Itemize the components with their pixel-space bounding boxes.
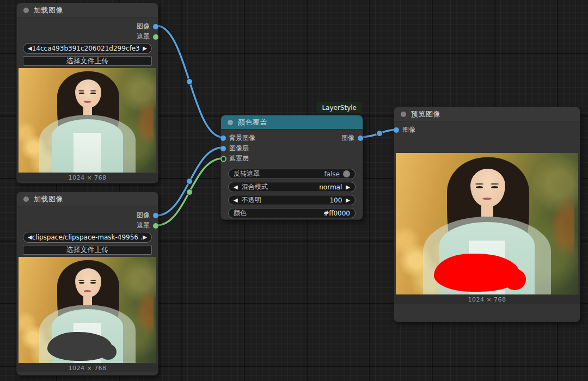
node-preview-image[interactable]: 预览图像 图像 1024 × 768 <box>394 107 580 322</box>
input-slot-image[interactable]: 图像 <box>394 125 580 135</box>
node-load-image-1[interactable]: 加载图像 图像 遮罩 ◀ 14cca493b391c206021d299cfe3… <box>16 3 158 183</box>
widget-blend-mode[interactable]: ◀ 混合模式 normal ▶ <box>228 182 356 192</box>
collapse-dot-icon[interactable] <box>228 120 233 125</box>
upload-file-button[interactable]: 选择文件上传 <box>23 56 152 66</box>
node-color-overlay[interactable]: LayerStyle 颜色覆盖 背景图像 图像 图像层 遮罩层 <box>220 115 363 220</box>
eye-shape <box>79 282 84 284</box>
node-title-bar[interactable]: 加载图像 <box>17 3 158 17</box>
output-image-dot[interactable] <box>153 213 158 218</box>
output-slot-label: 图像 <box>137 211 150 220</box>
stepper-left-arrow-icon[interactable]: ◀ <box>234 198 238 203</box>
wire-midpoint-dot <box>187 79 193 85</box>
eye-shape <box>79 93 84 94</box>
collapse-dot-icon[interactable] <box>23 196 29 202</box>
output-image-dot[interactable] <box>358 136 363 141</box>
input-slot-label: 遮罩层 <box>229 154 249 163</box>
widget-opacity[interactable]: ◀ 不透明 100 ▶ <box>228 195 356 205</box>
widget-invert-mask[interactable]: 反转遮罩 false <box>228 169 356 179</box>
combo-right-arrow-icon[interactable]: ▶ <box>143 46 147 51</box>
node-title: 加载图像 <box>34 194 63 204</box>
eye-shape <box>491 186 498 188</box>
wire-midpoint-dot <box>377 131 383 137</box>
node-title: 颜色覆盖 <box>238 118 267 127</box>
color-overlay-blob <box>434 254 519 292</box>
wire-mask-to-masklayer <box>156 158 223 225</box>
wire-image-to-layer <box>156 148 223 216</box>
color-overlay-blob-bump <box>504 269 526 290</box>
combo-right-arrow-icon[interactable]: ▶ <box>143 235 147 240</box>
node-title: 预览图像 <box>411 109 440 119</box>
output-slot-image[interactable]: 图像 <box>341 133 354 143</box>
output-slot-mask[interactable]: 遮罩 <box>17 220 158 231</box>
image-filename: 14cca493b391c206021d299cfe3 ... <box>32 45 143 52</box>
image-size-label: 1024 × 768 <box>17 173 158 182</box>
image-filename: clipspace/clipspace-mask-49956 ... <box>32 233 143 241</box>
collapse-dot-icon[interactable] <box>401 112 406 117</box>
input-slot-label: 背景图像 <box>229 133 255 143</box>
input-slot-layer[interactable]: 图像层 <box>221 143 363 153</box>
node-title-bar[interactable]: 预览图像 <box>394 107 580 121</box>
brow-shape <box>90 280 96 281</box>
eye-shape <box>90 282 96 284</box>
output-slot-image[interactable]: 图像 <box>17 21 158 32</box>
widget-label: 反转遮罩 <box>234 169 324 179</box>
input-image-dot[interactable] <box>394 127 399 133</box>
preview-image-output <box>396 153 578 294</box>
widget-value: normal <box>319 183 342 191</box>
lips-shape <box>84 101 90 102</box>
combo-left-arrow-icon[interactable]: ◀ <box>28 46 32 51</box>
loaded-image-preview <box>19 68 156 173</box>
node-title-bar[interactable]: 颜色覆盖 <box>221 115 363 130</box>
combo-left-arrow-icon[interactable]: ◀ <box>28 235 32 240</box>
collapse-dot-icon[interactable] <box>23 8 29 13</box>
layerstyle-badge: LayerStyle <box>316 102 362 113</box>
image-size-label: 1024 × 768 <box>394 295 580 304</box>
output-slot-label: 图像 <box>137 22 150 31</box>
output-slot-image[interactable]: 图像 <box>17 210 158 220</box>
hair-strand-shape <box>549 195 574 259</box>
widget-color[interactable]: 颜色 #ff0000 <box>228 208 356 218</box>
node-title-bar[interactable]: 加载图像 <box>17 192 158 206</box>
input-background-dot[interactable] <box>220 136 226 141</box>
widget-label: 混合模式 <box>242 182 320 192</box>
image-size-label: 1024 × 768 <box>17 364 158 372</box>
image-file-combo[interactable]: ◀ 14cca493b391c206021d299cfe3 ... ▶ <box>23 43 152 54</box>
output-mask-dot[interactable] <box>153 223 158 229</box>
input-layer-dot[interactable] <box>220 146 226 151</box>
widget-label: 颜色 <box>234 208 323 218</box>
upload-file-button[interactable]: 选择文件上传 <box>23 245 152 255</box>
lips-shape <box>84 290 90 292</box>
widget-value: #ff0000 <box>323 210 350 217</box>
input-slot-label: 图像 <box>402 125 415 134</box>
node-load-image-2[interactable]: 加载图像 图像 遮罩 ◀ clipspace/clipspace-mask-49… <box>16 192 158 376</box>
brow-shape <box>78 280 84 281</box>
node-title: 加载图像 <box>34 5 63 15</box>
eye-shape <box>476 186 483 188</box>
eye-shape <box>90 93 96 94</box>
widget-label: 不透明 <box>242 195 330 205</box>
input-slot-mask[interactable]: 遮罩层 <box>221 153 363 164</box>
output-mask-dot[interactable] <box>153 34 158 40</box>
input-slot-label: 图像层 <box>229 144 249 153</box>
widget-value: 100 <box>329 196 342 204</box>
dress-chest-shape <box>74 133 101 173</box>
output-slot-label: 遮罩 <box>137 221 150 230</box>
output-slot-label: 图像 <box>341 133 354 143</box>
stepper-right-arrow-icon[interactable]: ▶ <box>346 185 350 190</box>
widget-value: false <box>324 170 340 178</box>
stepper-right-arrow-icon[interactable]: ▶ <box>346 198 350 203</box>
image-file-combo[interactable]: ◀ clipspace/clipspace-mask-49956 ... ▶ <box>23 232 152 243</box>
stepper-left-arrow-icon[interactable]: ◀ <box>234 185 238 190</box>
wire-image-to-background <box>156 26 223 137</box>
loaded-image-preview <box>19 257 156 363</box>
output-image-dot[interactable] <box>153 24 158 29</box>
wire-midpoint-dot <box>187 179 193 185</box>
hair-strand-shape <box>134 100 154 146</box>
input-mask-dot[interactable] <box>220 156 226 162</box>
wire-midpoint-dot <box>187 189 193 195</box>
toggle-knob[interactable] <box>343 170 350 177</box>
input-slot-background[interactable]: 背景图像 图像 <box>221 133 363 143</box>
lips-shape <box>482 198 491 200</box>
node-graph-canvas[interactable]: 加载图像 图像 遮罩 ◀ 14cca493b391c206021d299cfe3… <box>0 0 588 381</box>
output-slot-mask[interactable]: 遮罩 <box>17 32 158 42</box>
